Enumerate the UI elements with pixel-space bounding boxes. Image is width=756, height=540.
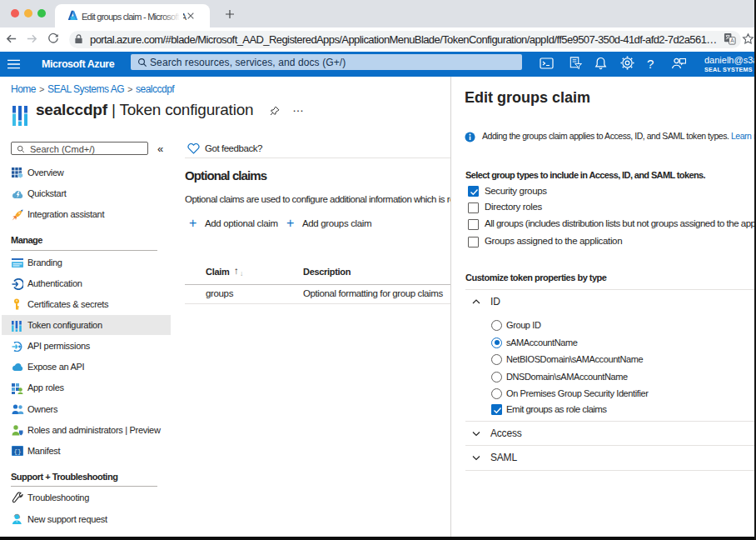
- svg-text:A: A: [730, 38, 734, 43]
- svg-text:{}: {}: [13, 448, 21, 455]
